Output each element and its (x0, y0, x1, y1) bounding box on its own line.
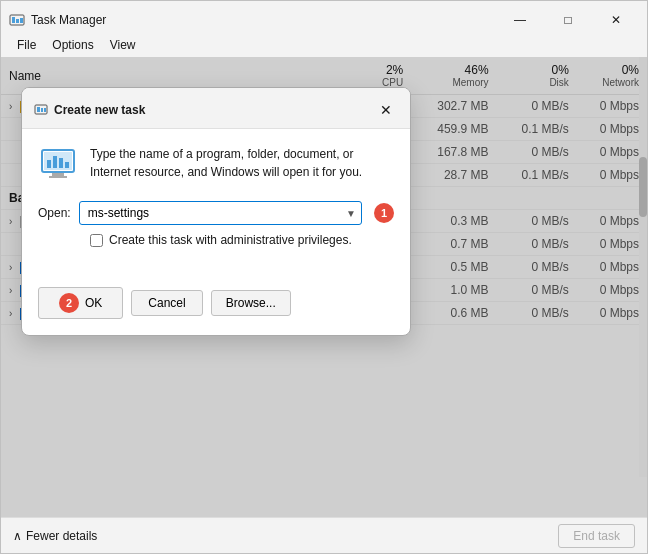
svg-rect-2 (16, 19, 19, 23)
menu-view[interactable]: View (102, 35, 144, 55)
step1-badge: 1 (374, 203, 394, 223)
bottom-bar: ∧ Fewer details End task (1, 517, 647, 553)
minimize-button[interactable]: — (497, 7, 543, 33)
svg-rect-6 (41, 108, 43, 112)
dialog-icon (34, 103, 48, 117)
title-bar: Task Manager — □ ✕ (1, 1, 647, 33)
end-task-button[interactable]: End task (558, 524, 635, 548)
open-label: Open: (38, 206, 71, 220)
create-task-dialog: Create new task ✕ (21, 87, 411, 336)
dialog-close-button[interactable]: ✕ (374, 98, 398, 122)
svg-rect-13 (65, 162, 69, 168)
content-area: Name 2% CPU 46% Memory 0% Disk (1, 57, 647, 517)
dialog-input-wrapper: ▼ (79, 201, 362, 225)
browse-button[interactable]: Browse... (211, 290, 291, 316)
fewer-details-button[interactable]: ∧ Fewer details (13, 529, 97, 543)
cancel-button[interactable]: Cancel (131, 290, 202, 316)
maximize-button[interactable]: □ (545, 7, 591, 33)
window-title: Task Manager (31, 13, 106, 27)
dialog-title-text: Create new task (54, 103, 145, 117)
ok-button[interactable]: 2 OK (38, 287, 123, 319)
dialog-description: Type the name of a program, folder, docu… (38, 145, 394, 185)
admin-privileges-checkbox[interactable] (90, 234, 103, 247)
svg-rect-14 (52, 173, 64, 176)
step2-badge: 2 (59, 293, 79, 313)
dialog-title-left: Create new task (34, 103, 145, 117)
dialog-description-icon (38, 145, 78, 185)
svg-rect-1 (12, 17, 15, 23)
admin-privileges-label: Create this task with administrative pri… (109, 233, 352, 247)
menu-options[interactable]: Options (44, 35, 101, 55)
dialog-buttons: 2 OK Cancel Browse... (22, 279, 410, 335)
chevron-down-icon: ∧ (13, 529, 22, 543)
dialog-body: Type the name of a program, folder, docu… (22, 129, 410, 279)
title-bar-controls: — □ ✕ (497, 7, 639, 33)
close-button[interactable]: ✕ (593, 7, 639, 33)
svg-rect-12 (59, 158, 63, 168)
svg-rect-7 (44, 108, 46, 112)
svg-rect-10 (47, 160, 51, 168)
svg-rect-15 (49, 176, 67, 178)
dialog-open-row: Open: ▼ 1 (38, 201, 394, 225)
svg-rect-5 (37, 107, 40, 112)
dialog-checkbox-row: Create this task with administrative pri… (90, 233, 394, 247)
dialog-overlay: Create new task ✕ (1, 57, 647, 517)
menu-bar: File Options View (1, 33, 647, 57)
task-manager-window: Task Manager — □ ✕ File Options View Nam… (0, 0, 648, 554)
svg-rect-3 (20, 18, 23, 23)
svg-rect-11 (53, 156, 57, 168)
task-manager-icon (9, 12, 25, 28)
title-bar-left: Task Manager (9, 12, 106, 28)
open-input[interactable] (79, 201, 362, 225)
menu-file[interactable]: File (9, 35, 44, 55)
dialog-title-bar: Create new task ✕ (22, 88, 410, 129)
dialog-description-text: Type the name of a program, folder, docu… (90, 145, 394, 181)
